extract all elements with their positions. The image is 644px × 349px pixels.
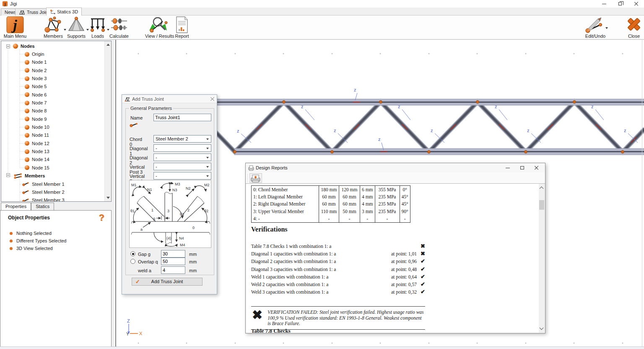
member-combobox[interactable]: - bbox=[153, 172, 211, 180]
member-combobox[interactable]: - bbox=[153, 154, 211, 161]
tree-group-members[interactable]: Members bbox=[1, 172, 104, 180]
pass-fail-icon: ✔ bbox=[418, 289, 425, 295]
tab-statics-3d[interactable]: Statics 3D bbox=[46, 8, 82, 16]
main-menu-button[interactable]: j Main Menu bbox=[3, 16, 28, 39]
report-icon bbox=[175, 16, 189, 33]
window-minimize-button[interactable] bbox=[596, 0, 612, 8]
tree-member-item[interactable]: Steel Member 2 bbox=[1, 188, 104, 196]
z-axis-label: z bbox=[301, 104, 304, 109]
window-restore-button[interactable] bbox=[612, 0, 628, 8]
tree-node-item[interactable]: Node 8 bbox=[1, 107, 104, 115]
tree-scroll-down-icon[interactable] bbox=[106, 197, 110, 199]
report-window-title: Design Reports bbox=[256, 165, 288, 170]
member-name-cell: 4: - bbox=[252, 215, 319, 223]
node-ball-icon bbox=[25, 149, 29, 154]
verification-result: at point: 0,96 bbox=[391, 259, 417, 264]
add-truss-joint-button[interactable]: ✓ Add Truss Joint bbox=[132, 278, 203, 286]
view-results-button[interactable]: View / Results bbox=[145, 16, 173, 39]
member-combobox[interactable]: - bbox=[153, 163, 211, 170]
report-scroll-down-icon[interactable] bbox=[540, 326, 544, 330]
report-scrollbar[interactable] bbox=[539, 184, 545, 333]
diagram-m2-label: M2 bbox=[204, 183, 210, 187]
loads-button[interactable]: Loads bbox=[88, 16, 107, 39]
tree-group-members-label: Members bbox=[25, 173, 45, 178]
tree-node-item[interactable]: Node 6 bbox=[1, 91, 104, 99]
report-button[interactable]: Report bbox=[174, 16, 190, 39]
design-reports-window: Design Reports bbox=[245, 163, 545, 333]
view-results-icon bbox=[148, 16, 169, 33]
tab-properties[interactable]: Properties bbox=[1, 203, 31, 210]
tree-node-item[interactable]: Node 10 bbox=[1, 123, 104, 131]
supports-button[interactable]: Supports bbox=[66, 16, 86, 39]
dialog-close-icon[interactable] bbox=[210, 97, 214, 101]
report-window-icon bbox=[248, 165, 254, 171]
overlap-input[interactable] bbox=[161, 258, 185, 265]
tree-node-item[interactable]: Node 11 bbox=[1, 131, 104, 139]
tree-node-label: Node 11 bbox=[32, 133, 49, 138]
print-button[interactable] bbox=[249, 173, 262, 183]
tree-node-item[interactable]: Node 13 bbox=[1, 147, 104, 155]
overlap-radio[interactable] bbox=[130, 259, 135, 264]
member-name-cell: 1: Left Diagonal Member bbox=[252, 193, 319, 201]
close-button[interactable]: Close bbox=[626, 16, 642, 39]
tab-statics[interactable]: Statics bbox=[31, 203, 54, 210]
supports-icon bbox=[67, 16, 86, 33]
report-scroll-up-icon[interactable] bbox=[540, 187, 544, 191]
tree-node-item[interactable]: Node 15 bbox=[1, 164, 104, 172]
tree-node-label: Node 6 bbox=[32, 92, 47, 97]
next-section-heading: Table 7.8 Checks bbox=[251, 328, 291, 333]
member-combobox[interactable]: Steel Member 2 bbox=[153, 135, 211, 143]
truss-joint-tab-icon bbox=[19, 10, 25, 15]
tree-node-item[interactable]: Node 12 bbox=[1, 139, 104, 147]
diagram-n1-label: N1 bbox=[147, 188, 152, 192]
tree-node-item[interactable]: Node 14 bbox=[1, 156, 104, 164]
edit-undo-dropdown-caret[interactable] bbox=[605, 27, 608, 29]
diagram-theta3-label: θ3 bbox=[180, 212, 184, 216]
report-title-bar[interactable]: Design Reports bbox=[246, 163, 545, 172]
report-minimize-button[interactable] bbox=[501, 163, 515, 172]
tree-node-item[interactable]: Node 3 bbox=[1, 74, 104, 82]
overlap-unit-label: mm bbox=[189, 259, 197, 264]
member-icon bbox=[22, 182, 29, 186]
tree-node-item[interactable]: Node 9 bbox=[1, 115, 104, 123]
dialog-title-bar[interactable]: Add Truss Joint bbox=[122, 95, 217, 103]
angle-cell: 45° bbox=[400, 193, 410, 201]
tree-group-nodes-label: Nodes bbox=[21, 44, 35, 49]
window-close-button[interactable] bbox=[628, 0, 644, 8]
gap-radio[interactable] bbox=[130, 251, 135, 256]
weld-input[interactable] bbox=[161, 266, 185, 274]
diagram-brace4-label: (4) bbox=[166, 236, 171, 240]
combo-label: Diagonal 2 bbox=[130, 155, 148, 165]
name-input[interactable] bbox=[153, 114, 211, 121]
tree-node-item[interactable]: Node 5 bbox=[1, 83, 104, 91]
tree-scrollbar[interactable] bbox=[104, 41, 111, 201]
verification-failed-banner: ✖ VERIFICATION FAILED: Steel joint verif… bbox=[251, 306, 425, 330]
tree-node-item[interactable]: Origin bbox=[1, 50, 104, 58]
tree-scroll-up-icon[interactable] bbox=[106, 44, 110, 46]
tree-node-label: Node 7 bbox=[32, 100, 47, 105]
tree-node-item[interactable]: Node 2 bbox=[1, 66, 104, 74]
tree-node-item[interactable]: Node 7 bbox=[1, 99, 104, 107]
report-scroll-thumb[interactable] bbox=[539, 200, 544, 210]
calculate-button[interactable]: Calculate bbox=[108, 16, 130, 39]
pass-fail-icon: ✔ bbox=[418, 266, 425, 273]
gap-input[interactable] bbox=[161, 250, 185, 258]
verification-result: at point: 0,32 bbox=[391, 289, 417, 294]
tree-node-item[interactable]: Node 1 bbox=[1, 58, 104, 66]
edit-undo-button[interactable]: Edit/Undo bbox=[582, 16, 609, 39]
z-axis-label: z bbox=[334, 128, 336, 133]
help-icon[interactable]: ? bbox=[99, 212, 104, 223]
tree-member-item[interactable]: Steel Member 1 bbox=[1, 180, 104, 188]
member-combobox[interactable]: - bbox=[153, 144, 211, 152]
calculate-icon bbox=[109, 16, 129, 33]
diagram-brace2-label: 2 bbox=[187, 208, 190, 212]
tree-group-nodes[interactable]: Nodes bbox=[1, 42, 104, 50]
tree-node-label: Node 10 bbox=[32, 125, 49, 130]
verifications-heading: Verifications bbox=[251, 226, 288, 233]
tree-nodes-list: Origin Node 1 Node 2 bbox=[1, 50, 104, 172]
combo-value: Steel Member 2 bbox=[156, 136, 188, 141]
members-button[interactable]: Members bbox=[42, 16, 65, 39]
report-maximize-button[interactable] bbox=[515, 163, 529, 172]
tree-member-item[interactable]: Steel Member 3 bbox=[1, 196, 104, 202]
report-close-button[interactable] bbox=[529, 163, 543, 172]
